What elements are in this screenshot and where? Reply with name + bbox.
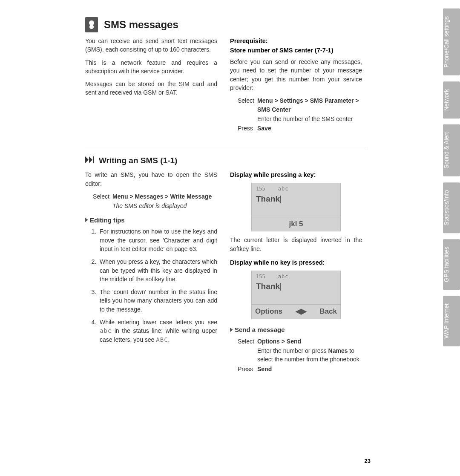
send-step1-text: Options > Send <box>257 337 362 346</box>
screen2-count: 155 <box>256 273 265 280</box>
tip-3: The 'count down' number in the status li… <box>98 288 217 314</box>
section-title: SMS messages <box>85 17 366 32</box>
writing-step-select: Select <box>93 192 112 201</box>
fastforward-icon <box>85 156 95 165</box>
prereq-col: Prerequisite: Store number of SMS center… <box>230 37 362 136</box>
screen2-softkey-right: Back <box>319 306 337 317</box>
divider <box>85 149 366 149</box>
sidetab-phone-call[interactable]: Phone/Call settings <box>443 9 460 75</box>
prereq-subtitle: Store number of SMS center (7-7-1) <box>230 46 362 55</box>
screen2-text: Thank <box>256 282 280 291</box>
screen1-mode: abc <box>278 185 289 193</box>
intro-p2: This is a network feature and requires a… <box>85 58 217 76</box>
display1-caption: The current letter is displayed inverted… <box>230 236 362 253</box>
cursor-icon <box>280 196 281 203</box>
side-tabs: Phone/Call settings Network Sound & Aler… <box>443 9 460 346</box>
prereq-title: Prerequisite: <box>230 37 362 46</box>
sms-section-icon <box>85 17 98 32</box>
send-step3-label: Press <box>238 365 257 373</box>
triangle-icon <box>85 218 88 222</box>
send-heading: Send a message <box>235 325 285 335</box>
writing-title-row: Writing an SMS (1-1) <box>85 156 366 165</box>
phone-screen-2: 155 abc Thank Options ◀▶ Back <box>251 271 341 319</box>
screen2-softkey-mid: ◀▶ <box>296 306 307 317</box>
step-text-menu-path: Menu > Settings > SMS Parameter > SMS Ce… <box>257 96 362 114</box>
step-text-enter-number: Enter the number of the SMS center <box>257 115 362 123</box>
display1-heading: Display while pressing a key: <box>230 170 362 179</box>
svg-rect-0 <box>93 156 94 163</box>
screen1-softkey-center: jkl 5 <box>289 219 303 230</box>
phone-screen-1: 155 abc Thank jkl 5 <box>251 183 341 231</box>
display2-heading: Display while no key is pressed: <box>230 258 362 267</box>
send-step3-text: Send <box>257 365 362 373</box>
sidetab-wap[interactable]: WAP Internet <box>443 296 460 346</box>
screen1-text: Thank <box>256 194 280 203</box>
sidetab-statistics[interactable]: Statistics/Info <box>443 182 460 233</box>
screen1-count: 155 <box>256 185 265 193</box>
writing-right-col: Display while pressing a key: 155 abc Th… <box>230 170 362 377</box>
screen2-softkey-left: Options <box>255 306 282 317</box>
page-number: 23 <box>365 458 371 464</box>
intro-p3: Messages can be stored on the SIM card a… <box>85 80 217 97</box>
intro-col: You can receive and send short text mess… <box>85 37 217 136</box>
page-title: SMS messages <box>104 19 178 31</box>
writing-step-result: The SMS editor is displayed <box>112 202 217 210</box>
send-step2-text: Enter the number or press Names to selec… <box>257 346 362 364</box>
step-text-save: Save <box>257 124 362 133</box>
writing-step-path: Menu > Messages > Write Message <box>112 192 217 201</box>
screen2-mode: abc <box>278 273 289 280</box>
sidetab-sound-alert[interactable]: Sound & Alert <box>443 124 460 176</box>
writing-title: Writing an SMS (1-1) <box>99 156 177 165</box>
editing-tips-heading: Editing tips <box>85 216 217 225</box>
prereq-p1: Before you can send or receive any messa… <box>230 58 362 92</box>
send-heading-row: Send a message <box>230 325 362 335</box>
tip-4: While entering lower case letters you se… <box>98 318 217 344</box>
editing-tips-list: For instructions on how to use the keys … <box>85 227 217 344</box>
intro-p1: You can receive and send short text mess… <box>85 37 217 54</box>
writing-left-col: To write an SMS, you have to open the SM… <box>85 170 217 377</box>
sidetab-network[interactable]: Network <box>443 81 460 118</box>
sidetab-gps[interactable]: GPS facilities <box>443 239 460 290</box>
tip-2: When you press a key, the characters whi… <box>98 257 217 283</box>
writing-intro: To write an SMS, you have to open the SM… <box>85 170 217 188</box>
step-label-press: Press <box>238 124 257 133</box>
cursor-icon <box>280 283 281 291</box>
step-label-select: Select <box>238 96 257 114</box>
tip-1: For instructions on how to use the keys … <box>98 227 217 253</box>
triangle-icon <box>230 328 233 332</box>
send-step1-label: Select <box>238 337 257 346</box>
